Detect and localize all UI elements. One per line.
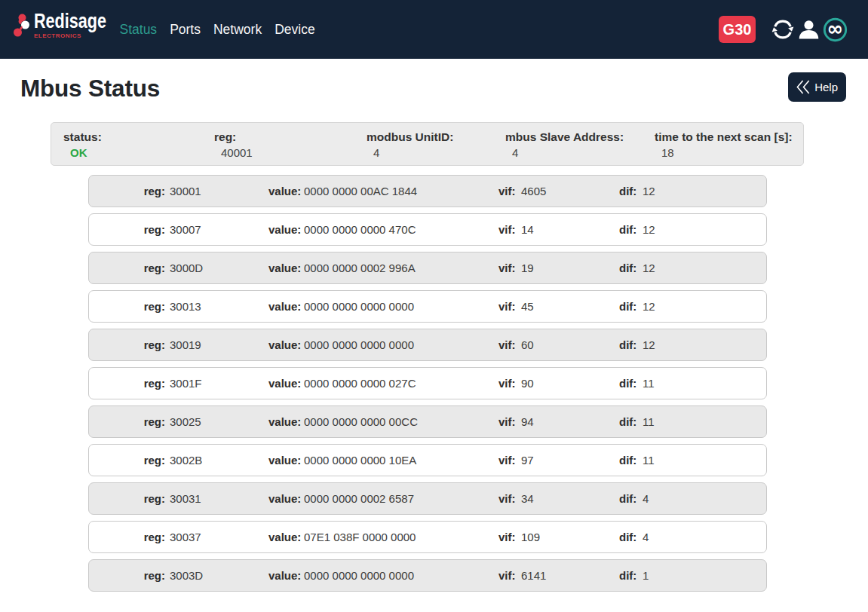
reg-label: reg: [89, 185, 165, 197]
vif-value: 90 [521, 377, 619, 390]
dif-label: dif: [619, 223, 638, 236]
dif-value: 4 [638, 492, 766, 505]
summary-column: status: OK [51, 130, 202, 165]
value-value: 0000 0000 0000 0000 [300, 569, 498, 582]
double-chevron-left-icon [796, 79, 812, 95]
summary-column: reg: 40001 [202, 130, 354, 165]
reg-value: 30013 [165, 300, 268, 313]
value-value: 0000 0000 0002 6587 [300, 492, 498, 505]
reg-label: reg: [89, 338, 165, 351]
vif-value: 14 [521, 223, 619, 236]
register-row: reg: 30001 value: 0000 0000 00AC 1844 vi… [88, 175, 767, 207]
register-row: reg: 30013 value: 0000 0000 0000 0000 vi… [88, 290, 767, 323]
summary-label: mbus Slave Address: [505, 130, 643, 144]
dif-label: dif: [619, 415, 638, 428]
vif-value: 97 [521, 454, 619, 467]
summary-column: modbus UnitID: 4 [354, 130, 493, 165]
nav-link-network[interactable]: Network [207, 22, 268, 38]
value-value: 0000 0000 00AC 1844 [300, 185, 498, 197]
value-label: value: [268, 300, 300, 313]
value-label: value: [268, 454, 300, 467]
vif-label: vif: [498, 262, 521, 274]
register-list: reg: 30001 value: 0000 0000 00AC 1844 vi… [0, 175, 868, 592]
reg-value: 30001 [165, 185, 268, 197]
reg-label: reg: [89, 223, 165, 236]
redisage-logo-icon [14, 14, 30, 38]
register-row: reg: 3003D value: 0000 0000 0000 0000 vi… [88, 559, 767, 592]
register-row: reg: 3000D value: 0000 0000 0002 996A vi… [88, 252, 767, 284]
summary-value: 18 [655, 146, 803, 159]
dif-value: 4 [638, 531, 766, 543]
dif-value: 12 [638, 223, 766, 236]
dif-label: dif: [619, 492, 638, 505]
dif-label: dif: [619, 185, 638, 197]
summary-column: time to the next scan [s]: 18 [643, 130, 803, 165]
dif-value: 12 [638, 262, 766, 274]
vif-label: vif: [498, 377, 521, 390]
dif-label: dif: [619, 454, 638, 467]
reg-value: 3000D [165, 262, 268, 274]
reg-label: reg: [89, 569, 165, 582]
reg-label: reg: [89, 492, 165, 505]
value-label: value: [268, 415, 300, 428]
value-value: 0000 0000 0000 0000 [300, 338, 498, 351]
dif-label: dif: [619, 569, 638, 582]
value-label: value: [268, 569, 300, 582]
brand-name: Redisage [34, 12, 94, 31]
value-label: value: [268, 185, 300, 197]
value-label: value: [268, 338, 300, 351]
register-row: reg: 3002B value: 0000 0000 0000 10EA vi… [88, 444, 767, 476]
value-value: 0000 0000 0000 470C [300, 223, 498, 236]
vif-label: vif: [498, 569, 521, 582]
summary-value: 4 [505, 146, 643, 159]
device-model-badge[interactable]: G30 [719, 16, 756, 43]
summary-label: modbus UnitID: [367, 130, 493, 144]
vif-value: 60 [521, 338, 619, 351]
dif-label: dif: [619, 262, 638, 274]
vif-value: 4605 [521, 185, 619, 197]
dif-value: 12 [638, 300, 766, 313]
dif-label: dif: [619, 300, 638, 313]
value-value: 0000 0000 0000 00CC [300, 415, 498, 428]
nav-link-device[interactable]: Device [268, 22, 322, 38]
svg-text:∞: ∞ [827, 17, 844, 40]
summary-label: reg: [214, 130, 354, 144]
user-icon[interactable] [797, 18, 820, 41]
vif-label: vif: [498, 531, 521, 543]
brand-logo[interactable]: Redisage ELECTRONICS [14, 12, 109, 39]
vif-label: vif: [498, 338, 521, 351]
summary-value: 4 [367, 146, 493, 159]
brand-subtitle: ELECTRONICS [34, 32, 109, 39]
reg-value: 3002B [165, 454, 268, 467]
reg-value: 3001F [165, 377, 268, 390]
vif-value: 109 [521, 531, 619, 543]
reg-value: 30019 [165, 338, 268, 351]
value-value: 0000 0000 0000 0000 [300, 300, 498, 313]
vif-label: vif: [498, 185, 521, 197]
value-label: value: [268, 377, 300, 390]
reg-value: 30007 [165, 223, 268, 236]
register-row: reg: 30025 value: 0000 0000 0000 00CC vi… [88, 405, 767, 438]
value-value: 0000 0000 0000 027C [300, 377, 498, 390]
reg-value: 30031 [165, 492, 268, 505]
vif-label: vif: [498, 492, 521, 505]
reg-label: reg: [89, 262, 165, 274]
navbar-right: G30 ∞ [719, 16, 848, 43]
reg-label: reg: [89, 377, 165, 390]
dif-label: dif: [619, 338, 638, 351]
dif-label: dif: [619, 531, 638, 543]
value-value: 0000 0000 0000 10EA [300, 454, 498, 467]
reg-label: reg: [89, 415, 165, 428]
nav-link-status[interactable]: Status [113, 22, 164, 38]
register-row: reg: 30019 value: 0000 0000 0000 0000 vi… [88, 329, 767, 361]
infinity-icon[interactable]: ∞ [823, 17, 848, 42]
reg-label: reg: [89, 454, 165, 467]
vif-label: vif: [498, 415, 521, 428]
nav-link-ports[interactable]: Ports [164, 22, 207, 38]
refresh-icon[interactable] [771, 17, 795, 41]
vif-value: 34 [521, 492, 619, 505]
vif-label: vif: [498, 223, 521, 236]
dif-value: 11 [638, 415, 766, 428]
help-button[interactable]: Help [788, 72, 846, 102]
vif-value: 6141 [521, 569, 619, 582]
